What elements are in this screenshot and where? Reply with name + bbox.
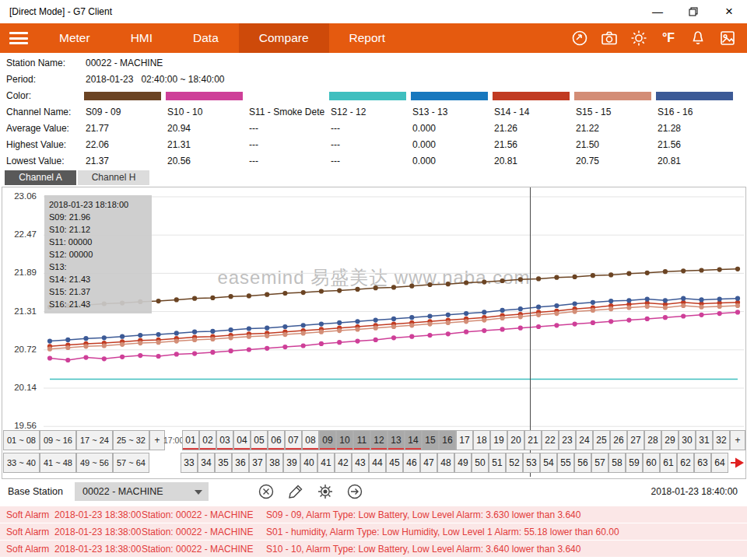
pager-num-11[interactable]: 11	[353, 430, 370, 450]
go-icon[interactable]	[345, 483, 363, 501]
pager-num-12[interactable]: 12	[370, 430, 388, 450]
pager-num-39[interactable]: 39	[283, 453, 300, 473]
pager-num-48[interactable]: 48	[437, 453, 454, 473]
pager-group-41-48[interactable]: 41 ~ 48	[40, 453, 76, 473]
pager-num-29[interactable]: 29	[661, 430, 679, 450]
pager-num-47[interactable]: 47	[420, 453, 437, 473]
pager-num-07[interactable]: 07	[285, 430, 302, 450]
nav-tab-meter[interactable]: Meter	[39, 23, 110, 53]
nav-tab-data[interactable]: Data	[173, 23, 239, 53]
pager-num-54[interactable]: 54	[540, 453, 557, 473]
brightness-icon[interactable]	[630, 30, 647, 47]
pager-num-46[interactable]: 46	[403, 453, 420, 473]
alarm-row[interactable]: Soft Alarm2018-01-23 18:38:00Station: 00…	[0, 523, 747, 540]
base-station-dropdown[interactable]: 00022 - MACHINE	[75, 482, 209, 501]
pager-num-52[interactable]: 52	[506, 453, 523, 473]
pager-num-58[interactable]: 58	[608, 453, 626, 473]
temp-unit-toggle[interactable]: °F	[660, 30, 677, 47]
pager-num-13[interactable]: 13	[388, 430, 405, 450]
settings-icon[interactable]	[316, 483, 334, 501]
pager-num-36[interactable]: 36	[232, 453, 249, 473]
pager-num-64[interactable]: 64	[711, 453, 728, 473]
camera-icon[interactable]	[601, 30, 618, 47]
pager-num-49[interactable]: 49	[454, 453, 472, 473]
direct-connect-icon[interactable]	[571, 30, 588, 47]
nav-tab-hmi[interactable]: HMI	[110, 23, 173, 53]
pager-num-57[interactable]: 57	[591, 453, 608, 473]
nav-tab-report[interactable]: Report	[329, 23, 406, 53]
channel-tab-channel-h[interactable]: Channel H	[78, 170, 149, 185]
pager-num-14[interactable]: 14	[405, 430, 422, 450]
pager-num-35[interactable]: 35	[215, 453, 232, 473]
pager-group-25-32[interactable]: 25 ~ 32	[113, 430, 149, 450]
pager-group-01-08[interactable]: 01 ~ 08	[3, 430, 40, 450]
pager-num-01[interactable]: 01	[182, 430, 199, 450]
pager-group-17-24[interactable]: 17 ~ 24	[76, 430, 113, 450]
pager-num-42[interactable]: 42	[335, 453, 352, 473]
alarm-row[interactable]: Soft Alarm2018-01-23 18:38:00Station: 00…	[0, 541, 747, 557]
pager-num-32[interactable]: 32	[713, 430, 730, 450]
pager-num-30[interactable]: 30	[679, 430, 696, 450]
pager-num-24[interactable]: 24	[576, 430, 593, 450]
pager-num-28[interactable]: 28	[644, 430, 661, 450]
alarm-row[interactable]: Soft Alarm2018-01-23 18:38:00Station: 00…	[0, 506, 747, 523]
pager-num-50[interactable]: 50	[472, 453, 489, 473]
pager-num-34[interactable]: 34	[198, 453, 215, 473]
pager-num-43[interactable]: 43	[352, 453, 369, 473]
snapshot-icon[interactable]	[719, 30, 736, 47]
pager-num-31[interactable]: 31	[696, 430, 713, 450]
pager-group-09-16[interactable]: 09 ~ 16	[40, 430, 76, 450]
pager-plus-button[interactable]: +	[730, 430, 745, 450]
pager-num-23[interactable]: 23	[559, 430, 576, 450]
next-page-arrow[interactable]	[728, 457, 747, 469]
pager-num-44[interactable]: 44	[369, 453, 386, 473]
pager-plus-button[interactable]: +	[149, 430, 165, 450]
pager-num-16[interactable]: 16	[439, 430, 456, 450]
pager-num-09[interactable]: 09	[319, 430, 336, 450]
pager-group-49-56[interactable]: 49 ~ 56	[76, 453, 113, 473]
menu-icon[interactable]	[9, 32, 28, 44]
maximize-button[interactable]	[675, 0, 711, 23]
pager-num-06[interactable]: 06	[268, 430, 285, 450]
pager-num-63[interactable]: 63	[694, 453, 711, 473]
pager-num-27[interactable]: 27	[627, 430, 644, 450]
pager-num-22[interactable]: 22	[542, 430, 559, 450]
pager-num-51[interactable]: 51	[489, 453, 506, 473]
pager-num-15[interactable]: 15	[422, 430, 439, 450]
pager-num-02[interactable]: 02	[199, 430, 216, 450]
pager-num-56[interactable]: 56	[574, 453, 591, 473]
pager-num-40[interactable]: 40	[300, 453, 317, 473]
minimize-button[interactable]: —	[640, 0, 675, 23]
pager-num-21[interactable]: 21	[524, 430, 542, 450]
pager-num-10[interactable]: 10	[336, 430, 353, 450]
pager-group-57-64[interactable]: 57 ~ 64	[113, 453, 149, 473]
pager-num-08[interactable]: 08	[302, 430, 319, 450]
clear-icon[interactable]	[257, 483, 275, 501]
pager-num-41[interactable]: 41	[317, 453, 335, 473]
pager-num-33[interactable]: 33	[181, 453, 198, 473]
pager-num-38[interactable]: 38	[266, 453, 283, 473]
pager-num-37[interactable]: 37	[249, 453, 266, 473]
pager-num-25[interactable]: 25	[593, 430, 610, 450]
pager-num-05[interactable]: 05	[251, 430, 268, 450]
pager-num-03[interactable]: 03	[216, 430, 233, 450]
pager-num-60[interactable]: 60	[643, 453, 660, 473]
pager-num-61[interactable]: 61	[660, 453, 677, 473]
pager-num-53[interactable]: 53	[523, 453, 540, 473]
close-button[interactable]: ×	[711, 0, 747, 23]
pager-num-45[interactable]: 45	[386, 453, 403, 473]
pager-num-19[interactable]: 19	[490, 430, 507, 450]
pager-num-59[interactable]: 59	[626, 453, 643, 473]
nav-tab-compare[interactable]: Compare	[239, 23, 329, 53]
alarm-bell-icon[interactable]	[689, 30, 707, 47]
pager-group-33-40[interactable]: 33 ~ 40	[3, 453, 40, 473]
pager-num-62[interactable]: 62	[677, 453, 694, 473]
channel-tab-channel-a[interactable]: Channel A	[5, 170, 76, 185]
edit-icon[interactable]	[286, 483, 304, 501]
pager-num-20[interactable]: 20	[507, 430, 524, 450]
pager-num-26[interactable]: 26	[610, 430, 627, 450]
pager-num-18[interactable]: 18	[473, 430, 490, 450]
pager-num-17[interactable]: 17	[456, 430, 473, 450]
pager-num-04[interactable]: 04	[233, 430, 251, 450]
pager-num-55[interactable]: 55	[557, 453, 574, 473]
